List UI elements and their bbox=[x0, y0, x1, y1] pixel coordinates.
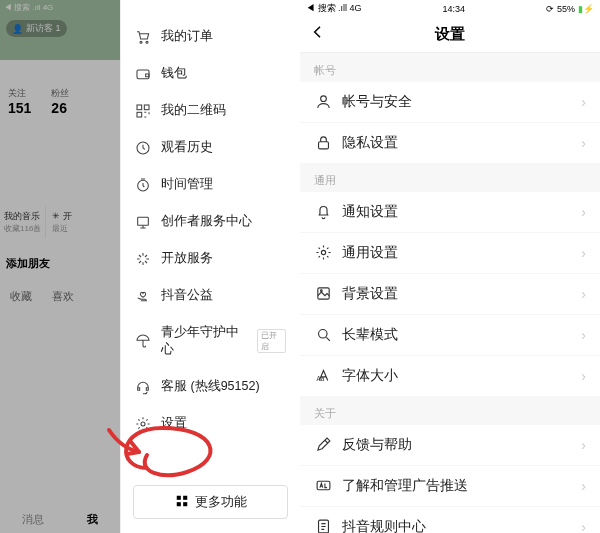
drawer-item-label: 开放服务 bbox=[161, 250, 213, 267]
chevron-right-icon: › bbox=[581, 94, 586, 110]
visitor-badge-text: 新访客 1 bbox=[26, 22, 61, 35]
page-title: 设置 bbox=[435, 25, 465, 44]
tab-me[interactable]: 我 bbox=[87, 512, 98, 527]
svg-rect-2 bbox=[176, 502, 180, 506]
settings-row-label: 背景设置 bbox=[342, 285, 398, 303]
magnify-icon bbox=[314, 326, 332, 344]
drawer-item-7[interactable]: 抖音公益 bbox=[121, 277, 300, 314]
card-title: 我的音乐 bbox=[4, 210, 41, 223]
card-sub: 收藏116首 bbox=[4, 223, 41, 234]
qrcode-icon bbox=[135, 103, 151, 119]
grid-icon bbox=[175, 494, 189, 511]
settings-row[interactable]: 长辈模式› bbox=[300, 315, 600, 356]
chevron-right-icon: › bbox=[581, 478, 586, 494]
chevron-right-icon: › bbox=[581, 286, 586, 302]
tab-messages[interactable]: 消息 bbox=[22, 512, 44, 527]
settings-row[interactable]: 了解和管理广告推送› bbox=[300, 466, 600, 507]
drawer-item-label: 抖音公益 bbox=[161, 287, 213, 304]
history-icon bbox=[135, 140, 151, 156]
settings-row[interactable]: 帐号与安全› bbox=[300, 82, 600, 123]
spark-icon bbox=[135, 251, 151, 267]
drawer-item-label: 我的订单 bbox=[161, 28, 213, 45]
stat-label: 粉丝 bbox=[51, 87, 69, 100]
more-functions-label: 更多功能 bbox=[195, 494, 247, 511]
tab-favorites[interactable]: 收藏 bbox=[10, 289, 32, 304]
palette-icon bbox=[314, 285, 332, 303]
cards-row: 我的音乐 收藏116首 ✳ 开 最近 bbox=[0, 206, 120, 238]
card-title: 开 bbox=[63, 211, 72, 221]
settings-row-label: 反馈与帮助 bbox=[342, 436, 412, 454]
sync-icon: ⟳ bbox=[546, 4, 554, 14]
status-time: 14:34 bbox=[442, 4, 465, 14]
settings-row-label: 帐号与安全 bbox=[342, 93, 412, 111]
ad-icon bbox=[314, 477, 332, 495]
creator-icon bbox=[135, 214, 151, 230]
settings-row[interactable]: 隐私设置› bbox=[300, 123, 600, 163]
section-label: 帐号 bbox=[300, 53, 600, 82]
drawer-menu: 我的订单钱包我的二维码观看历史时间管理创作者服务中心开放服务抖音公益青少年守护中… bbox=[120, 0, 300, 533]
headset-icon bbox=[135, 379, 151, 395]
status-net-left: ◀ 搜索 .ıll 4G bbox=[4, 2, 53, 13]
svg-rect-1 bbox=[183, 495, 187, 499]
drawer-item-label: 客服 (热线95152) bbox=[161, 378, 260, 395]
content-tabs: 收藏 喜欢 bbox=[10, 289, 110, 304]
chevron-right-icon: › bbox=[581, 245, 586, 261]
drawer-item-10[interactable]: 设置 bbox=[121, 405, 300, 442]
drawer-item-1[interactable]: 钱包 bbox=[121, 55, 300, 92]
tab-likes[interactable]: 喜欢 bbox=[52, 289, 74, 304]
person-icon: 👤 bbox=[12, 24, 23, 34]
settings-group: 帐号与安全›隐私设置› bbox=[300, 82, 600, 163]
gear-icon bbox=[135, 416, 151, 432]
settings-row[interactable]: 通知设置› bbox=[300, 192, 600, 233]
drawer-item-5[interactable]: 创作者服务中心 bbox=[121, 203, 300, 240]
cart-icon bbox=[135, 29, 151, 45]
chevron-right-icon: › bbox=[581, 519, 586, 533]
add-friend-button[interactable]: 添加朋友 bbox=[6, 256, 114, 271]
drawer-item-2[interactable]: 我的二维码 bbox=[121, 92, 300, 129]
svg-rect-3 bbox=[183, 502, 187, 506]
drawer-item-4[interactable]: 时间管理 bbox=[121, 166, 300, 203]
settings-group: 反馈与帮助›了解和管理广告推送›抖音规则中心› bbox=[300, 425, 600, 533]
battery-icon: ▮⚡ bbox=[578, 4, 594, 14]
drawer-item-0[interactable]: 我的订单 bbox=[121, 18, 300, 55]
bottom-nav: 消息 我 bbox=[0, 512, 120, 527]
section-label: 关于 bbox=[300, 396, 600, 425]
card-sub: 最近 bbox=[52, 223, 72, 234]
settings-row[interactable]: 字体大小› bbox=[300, 356, 600, 396]
drawer-item-9[interactable]: 客服 (热线95152) bbox=[121, 368, 300, 405]
drawer-item-3[interactable]: 观看历史 bbox=[121, 129, 300, 166]
stat-value: 151 bbox=[8, 100, 31, 116]
drawer-item-8[interactable]: 青少年守护中心已开启 bbox=[121, 314, 300, 368]
stat-following[interactable]: 关注 151 bbox=[8, 87, 31, 116]
settings-row-label: 长辈模式 bbox=[342, 326, 398, 344]
status-bar-right: ◀ 搜索 .ıll 4G 14:34 ⟳ 55% ▮⚡ bbox=[300, 0, 600, 18]
open-card[interactable]: ✳ 开 最近 bbox=[45, 206, 76, 238]
status-bar-left: ◀ 搜索 .ıll 4G bbox=[0, 0, 120, 14]
drawer-list: 我的订单钱包我的二维码观看历史时间管理创作者服务中心开放服务抖音公益青少年守护中… bbox=[121, 0, 300, 477]
settings-row[interactable]: 背景设置› bbox=[300, 274, 600, 315]
music-card[interactable]: 我的音乐 收藏116首 bbox=[0, 206, 45, 238]
rules-icon bbox=[314, 518, 332, 533]
status-badge: 已开启 bbox=[257, 329, 287, 353]
visitor-badge[interactable]: 👤 新访客 1 bbox=[6, 20, 67, 37]
heart-hand-icon bbox=[135, 288, 151, 304]
back-button[interactable] bbox=[310, 24, 326, 45]
chevron-right-icon: › bbox=[581, 327, 586, 343]
chevron-right-icon: › bbox=[581, 135, 586, 151]
settings-row-label: 抖音规则中心 bbox=[342, 518, 426, 533]
drawer-item-6[interactable]: 开放服务 bbox=[121, 240, 300, 277]
status-battery: 55% bbox=[557, 4, 575, 14]
settings-row-label: 通知设置 bbox=[342, 203, 398, 221]
svg-rect-0 bbox=[176, 495, 180, 499]
stat-followers[interactable]: 粉丝 26 bbox=[51, 87, 69, 116]
settings-row-label: 通用设置 bbox=[342, 244, 398, 262]
more-functions-button[interactable]: 更多功能 bbox=[133, 485, 288, 519]
settings-row[interactable]: 反馈与帮助› bbox=[300, 425, 600, 466]
lock-icon bbox=[314, 134, 332, 152]
settings-row[interactable]: 抖音规则中心› bbox=[300, 507, 600, 533]
settings-row-label: 隐私设置 bbox=[342, 134, 398, 152]
stat-value: 26 bbox=[51, 100, 69, 116]
stats-row: 关注 151 粉丝 26 bbox=[8, 87, 120, 116]
spark-icon: ✳ bbox=[52, 211, 60, 221]
settings-row[interactable]: 通用设置› bbox=[300, 233, 600, 274]
